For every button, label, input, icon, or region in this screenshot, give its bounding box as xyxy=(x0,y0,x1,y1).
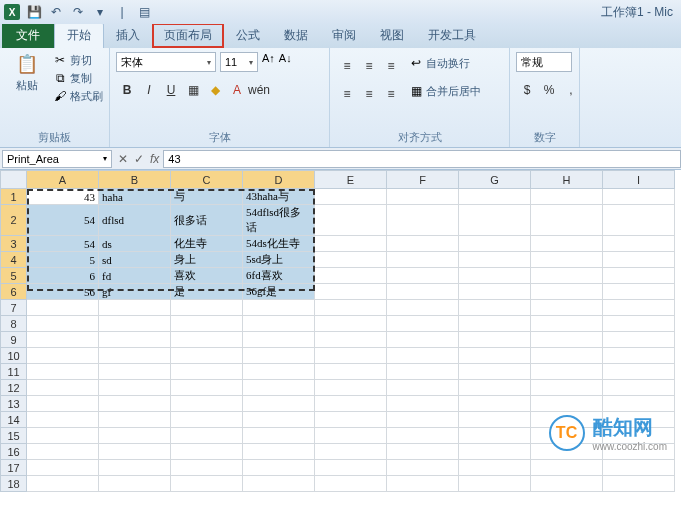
cell-H10[interactable] xyxy=(531,348,603,364)
font-size-combo[interactable]: 11▾ xyxy=(220,52,258,72)
cell-C13[interactable] xyxy=(171,396,243,412)
bold-button[interactable]: B xyxy=(116,80,138,100)
cell-G13[interactable] xyxy=(459,396,531,412)
cell-F6[interactable] xyxy=(387,284,459,300)
cell-H7[interactable] xyxy=(531,300,603,316)
cell-C3[interactable]: 化生寺 xyxy=(171,236,243,252)
cell-E4[interactable] xyxy=(315,252,387,268)
cell-I10[interactable] xyxy=(603,348,675,364)
row-header-4[interactable]: 4 xyxy=(1,252,27,268)
row-header-12[interactable]: 12 xyxy=(1,380,27,396)
cell-F2[interactable] xyxy=(387,205,459,236)
increase-font-icon[interactable]: A↑ xyxy=(262,52,275,72)
cell-B7[interactable] xyxy=(99,300,171,316)
cell-A3[interactable]: 54 xyxy=(27,236,99,252)
tab-data[interactable]: 数据 xyxy=(272,23,320,48)
cell-D1[interactable]: 43haha与 xyxy=(243,189,315,205)
cell-B5[interactable]: fd xyxy=(99,268,171,284)
redo-icon[interactable]: ↷ xyxy=(68,2,88,22)
cell-D14[interactable] xyxy=(243,412,315,428)
cell-G3[interactable] xyxy=(459,236,531,252)
cell-G11[interactable] xyxy=(459,364,531,380)
format-painter-button[interactable]: 格式刷 xyxy=(70,89,103,104)
align-left-icon[interactable]: ≡ xyxy=(336,84,358,104)
cell-I12[interactable] xyxy=(603,380,675,396)
cell-B16[interactable] xyxy=(99,444,171,460)
cell-I1[interactable] xyxy=(603,189,675,205)
cell-I9[interactable] xyxy=(603,332,675,348)
wrap-text-button[interactable]: 自动换行 xyxy=(426,56,470,71)
cell-D12[interactable] xyxy=(243,380,315,396)
cell-C7[interactable] xyxy=(171,300,243,316)
cell-F13[interactable] xyxy=(387,396,459,412)
tab-view[interactable]: 视图 xyxy=(368,23,416,48)
currency-icon[interactable]: $ xyxy=(516,80,538,100)
cell-H12[interactable] xyxy=(531,380,603,396)
phonetic-button[interactable]: wén xyxy=(248,80,270,100)
cell-B9[interactable] xyxy=(99,332,171,348)
cell-G8[interactable] xyxy=(459,316,531,332)
cell-C14[interactable] xyxy=(171,412,243,428)
cell-G4[interactable] xyxy=(459,252,531,268)
cell-E17[interactable] xyxy=(315,460,387,476)
cell-C12[interactable] xyxy=(171,380,243,396)
cell-A14[interactable] xyxy=(27,412,99,428)
cell-C11[interactable] xyxy=(171,364,243,380)
cell-F4[interactable] xyxy=(387,252,459,268)
cell-G5[interactable] xyxy=(459,268,531,284)
undo-icon[interactable]: ↶ xyxy=(46,2,66,22)
tab-insert[interactable]: 插入 xyxy=(104,23,152,48)
cell-F7[interactable] xyxy=(387,300,459,316)
cell-A6[interactable]: 56 xyxy=(27,284,99,300)
worksheet[interactable]: ABCDEFGHI143haha与43haha与254dflsd很多话54dfl… xyxy=(0,170,681,492)
cell-I8[interactable] xyxy=(603,316,675,332)
cell-F12[interactable] xyxy=(387,380,459,396)
col-header-H[interactable]: H xyxy=(531,171,603,189)
cell-H5[interactable] xyxy=(531,268,603,284)
row-header-10[interactable]: 10 xyxy=(1,348,27,364)
cell-E12[interactable] xyxy=(315,380,387,396)
cell-B11[interactable] xyxy=(99,364,171,380)
save-icon[interactable]: 💾 xyxy=(24,2,44,22)
qat-custom-icon[interactable]: ▤ xyxy=(134,2,154,22)
row-header-16[interactable]: 16 xyxy=(1,444,27,460)
row-header-5[interactable]: 5 xyxy=(1,268,27,284)
cell-H17[interactable] xyxy=(531,460,603,476)
col-header-C[interactable]: C xyxy=(171,171,243,189)
row-header-7[interactable]: 7 xyxy=(1,300,27,316)
cell-B14[interactable] xyxy=(99,412,171,428)
copy-button[interactable]: 复制 xyxy=(70,71,92,86)
row-header-3[interactable]: 3 xyxy=(1,236,27,252)
cell-C8[interactable] xyxy=(171,316,243,332)
percent-icon[interactable]: % xyxy=(538,80,560,100)
cell-A2[interactable]: 54 xyxy=(27,205,99,236)
cell-B10[interactable] xyxy=(99,348,171,364)
cell-F15[interactable] xyxy=(387,428,459,444)
comma-icon[interactable]: , xyxy=(560,80,582,100)
cell-I6[interactable] xyxy=(603,284,675,300)
cell-G9[interactable] xyxy=(459,332,531,348)
align-center-icon[interactable]: ≡ xyxy=(358,84,380,104)
cell-B8[interactable] xyxy=(99,316,171,332)
cell-A8[interactable] xyxy=(27,316,99,332)
cell-F16[interactable] xyxy=(387,444,459,460)
cell-G2[interactable] xyxy=(459,205,531,236)
cell-G14[interactable] xyxy=(459,412,531,428)
cell-H8[interactable] xyxy=(531,316,603,332)
cell-A18[interactable] xyxy=(27,476,99,492)
decrease-font-icon[interactable]: A↓ xyxy=(279,52,292,72)
row-header-17[interactable]: 17 xyxy=(1,460,27,476)
cell-C17[interactable] xyxy=(171,460,243,476)
col-header-A[interactable]: A xyxy=(27,171,99,189)
cell-C6[interactable]: 是 xyxy=(171,284,243,300)
font-color-button[interactable]: A xyxy=(226,80,248,100)
copy-icon[interactable]: ⧉ xyxy=(52,70,68,86)
cell-I2[interactable] xyxy=(603,205,675,236)
cell-A16[interactable] xyxy=(27,444,99,460)
cell-D10[interactable] xyxy=(243,348,315,364)
cell-E11[interactable] xyxy=(315,364,387,380)
cell-C2[interactable]: 很多话 xyxy=(171,205,243,236)
col-header-D[interactable]: D xyxy=(243,171,315,189)
cell-D7[interactable] xyxy=(243,300,315,316)
cell-E3[interactable] xyxy=(315,236,387,252)
